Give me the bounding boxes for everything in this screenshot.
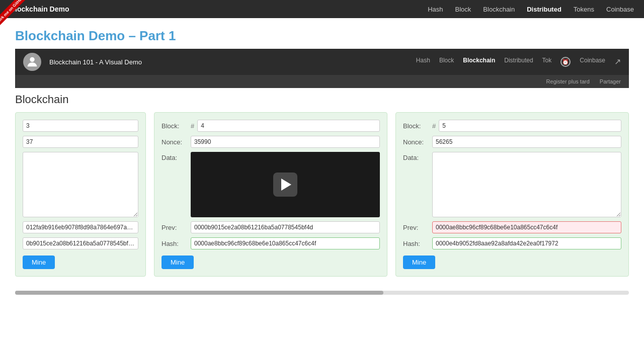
nonce-label-5: Nonce: [403, 138, 429, 146]
play-button-4[interactable] [273, 173, 297, 197]
avatar [23, 53, 41, 71]
video-bar: Blockchain 101 - A Visual Demo Hash Bloc… [15, 49, 629, 75]
hash-label-4: Hash: [162, 240, 188, 247]
nonce-input-5[interactable] [432, 136, 621, 148]
mine-button-4[interactable]: Mine [162, 255, 194, 269]
vnav-tokens[interactable]: Tok [542, 57, 552, 67]
hash-input-3[interactable] [23, 237, 138, 249]
page-title: Blockchain Demo – Part 1 [15, 28, 629, 44]
nav-tokens[interactable]: Tokens [574, 6, 594, 13]
prev-label-row-5: Prev: [403, 221, 621, 233]
data-label-5: Data: [403, 152, 429, 161]
hash-label-5: Hash: [403, 240, 429, 247]
svg-point-0 [30, 57, 34, 62]
vnav-distributed[interactable]: Distributed [504, 57, 533, 67]
partager-link[interactable]: Partager [600, 78, 621, 84]
scrollbar-thumb[interactable] [15, 291, 383, 295]
cards-container: Mine Block: # Nonce: Data: Prev: [15, 112, 629, 277]
page-header: Blockchain Demo – Part 1 [0, 18, 644, 49]
navbar: Blockchain Demo Hash Block Blockchain Di… [0, 0, 644, 18]
data-textarea-5[interactable] [432, 152, 621, 217]
block-label-row-5: Block: # [403, 120, 621, 132]
data-label-row-5: Data: [403, 152, 621, 217]
clock-icon: ⏰ [560, 57, 571, 67]
prev-input-4[interactable] [191, 221, 380, 233]
data-label-row-4: Data: [162, 152, 380, 217]
blockchain-section: Blockchain Mine Block: [0, 88, 644, 287]
data-label-4: Data: [162, 152, 188, 161]
block-label-row-4: Block: # [162, 120, 380, 132]
block-label-5: Block: [403, 122, 429, 130]
vnav-blockchain[interactable]: Blockchain [463, 57, 495, 67]
nonce-label-row-4: Nonce: [162, 136, 380, 148]
block-card-4: Block: # Nonce: Data: Prev: Hash: [154, 112, 387, 277]
nonce-input-4[interactable] [191, 136, 380, 148]
block-card-3: Mine [15, 112, 146, 277]
block-card-5: Block: # Nonce: Data: Prev: Hash: Mine [395, 112, 629, 277]
navbar-brand: Blockchain Demo [10, 5, 69, 13]
prev-label-4: Prev: [162, 224, 188, 231]
nav-distributed[interactable]: Distributed [527, 6, 561, 13]
nonce-label-4: Nonce: [162, 138, 188, 146]
mine-button-3[interactable]: Mine [23, 255, 55, 269]
nav-coinbase[interactable]: Coinbase [606, 6, 634, 13]
video-placeholder-4[interactable] [191, 152, 380, 217]
register-link[interactable]: Register plus tard [546, 78, 590, 84]
block-num-input-5[interactable] [439, 120, 621, 132]
block-num-row-3 [23, 120, 138, 132]
hash-input-4[interactable] [191, 237, 380, 249]
video-title: Blockchain 101 - A Visual Demo [49, 58, 408, 66]
blockchain-heading: Blockchain [15, 93, 629, 106]
block-label-4: Block: [162, 122, 188, 130]
nav-hash[interactable]: Hash [428, 6, 443, 13]
data-row-3 [23, 152, 138, 217]
video-nav: Hash Block Blockchain Distributed Tok ⏰ … [416, 57, 621, 67]
hash-symbol-5: # [432, 122, 436, 130]
nonce-input-3[interactable] [23, 136, 138, 148]
prev-label-row-4: Prev: [162, 221, 380, 233]
block-num-input-3[interactable] [23, 120, 138, 132]
hash-label-row-5: Hash: [403, 237, 621, 249]
nav-block[interactable]: Block [455, 6, 471, 13]
prev-label-5: Prev: [403, 224, 429, 231]
hash-label-row-4: Hash: [162, 237, 380, 249]
vnav-hash[interactable]: Hash [416, 57, 430, 67]
nav-blockchain[interactable]: Blockchain [483, 6, 515, 13]
hash-input-5[interactable] [432, 237, 621, 249]
hash-row-3 [23, 237, 138, 249]
data-textarea-3[interactable] [23, 152, 138, 217]
video-sub-bar: Register plus tard Partager [15, 75, 629, 88]
prev-input-5[interactable] [432, 221, 621, 233]
block-num-input-4[interactable] [197, 120, 380, 132]
nonce-label-row-5: Nonce: [403, 136, 621, 148]
prev-input-3[interactable] [23, 221, 138, 233]
share-icon: ↗ [614, 57, 621, 67]
horizontal-scrollbar[interactable] [15, 291, 629, 295]
prev-row-3 [23, 221, 138, 233]
mine-button-5[interactable]: Mine [403, 255, 435, 269]
vnav-block[interactable]: Block [439, 57, 454, 67]
navbar-links: Hash Block Blockchain Distributed Tokens… [428, 6, 634, 13]
vnav-coinbase[interactable]: Coinbase [580, 57, 605, 67]
hash-symbol-4: # [191, 122, 194, 130]
nonce-row-3 [23, 136, 138, 148]
